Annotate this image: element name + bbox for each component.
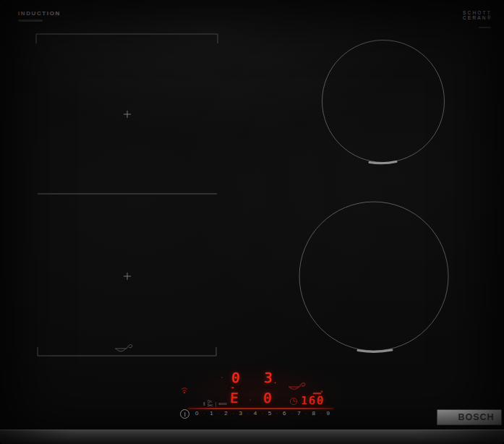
display-front-right-level[interactable]: 0 [263, 391, 272, 405]
cooking-zone-graphics [0, 0, 504, 444]
scale-dot: · [320, 410, 322, 417]
level-8[interactable]: 8 [312, 410, 315, 417]
schott-sub-text [479, 27, 491, 28]
zone-select-dot [221, 377, 223, 378]
timer-clock-icon[interactable] [290, 398, 296, 404]
degree-mark: ° [320, 390, 323, 395]
level-2[interactable]: 2 [224, 410, 227, 417]
display-rear-left-level[interactable]: 0 [231, 371, 240, 385]
schott-line2: CERAN® [463, 15, 492, 20]
zone-marker-front-right [358, 350, 392, 351]
scale-dot: · [203, 410, 205, 417]
induction-hob: INDUCTION SCHOTT CERAN® 0 3 . → E 0 160 … [0, 0, 504, 444]
bosch-logo-text: BOSCH [458, 412, 494, 422]
induction-label: INDUCTION [18, 10, 61, 17]
power-button[interactable] [180, 409, 189, 419]
zone-marker-rear-right [370, 162, 396, 163]
display-rear-right-suffix: . [273, 379, 277, 385]
flex-zone-rear-left-outline [36, 34, 218, 43]
aux-touch-keys: ‖ On Sec | assist [203, 401, 227, 408]
scale-dot: · [291, 410, 292, 417]
bosch-badge: BOSCH [437, 409, 502, 425]
aux-key-label[interactable]: On Sec [208, 401, 213, 408]
level-6[interactable]: 6 [283, 410, 286, 417]
level-7[interactable]: 7 [297, 410, 300, 417]
pause-key-icon[interactable]: ‖ [203, 402, 205, 406]
level-5[interactable]: 5 [268, 410, 271, 417]
frying-pan-zone-icon [115, 345, 132, 351]
display-front-left-symbol[interactable]: E [230, 391, 239, 405]
scale-dot: · [276, 410, 278, 417]
level-3[interactable]: 3 [239, 410, 242, 417]
home-connect-wifi-icon [181, 388, 187, 394]
power-level-slider[interactable]: 0·1·2·3·4·5·6·7·8·9 [195, 410, 330, 417]
zone-select-dot [249, 399, 251, 401]
scale-dot: · [305, 410, 307, 417]
aux-divider: | [215, 401, 216, 406]
zone-center-cross-icon [124, 111, 131, 118]
frying-sensor-key-icon[interactable] [289, 383, 305, 390]
accent-line [188, 408, 333, 409]
display-frying-temp: 160 [301, 396, 325, 406]
zone-center-cross-icon [124, 273, 131, 280]
schott-line1: SCHOTT [463, 10, 492, 15]
round-zone-front-right-outline [299, 202, 448, 351]
display-rear-right-level[interactable]: 3 [264, 371, 273, 385]
front-trim [0, 430, 504, 444]
level-4[interactable]: 4 [254, 410, 257, 417]
level-1[interactable]: 1 [210, 410, 213, 417]
model-number-text [18, 20, 43, 22]
assist-key[interactable]: assist [218, 403, 227, 406]
schott-ceran-logo: SCHOTT CERAN® [463, 10, 492, 20]
scale-dot: · [218, 410, 219, 417]
level-9[interactable]: 9 [327, 410, 330, 417]
aux-label-bottom: Sec [208, 404, 213, 408]
level-0[interactable]: 0 [195, 410, 198, 417]
scale-dot: · [247, 410, 249, 417]
scale-dot: · [262, 410, 263, 417]
round-zone-rear-right-outline [323, 40, 445, 163]
scale-dot: · [232, 410, 234, 417]
